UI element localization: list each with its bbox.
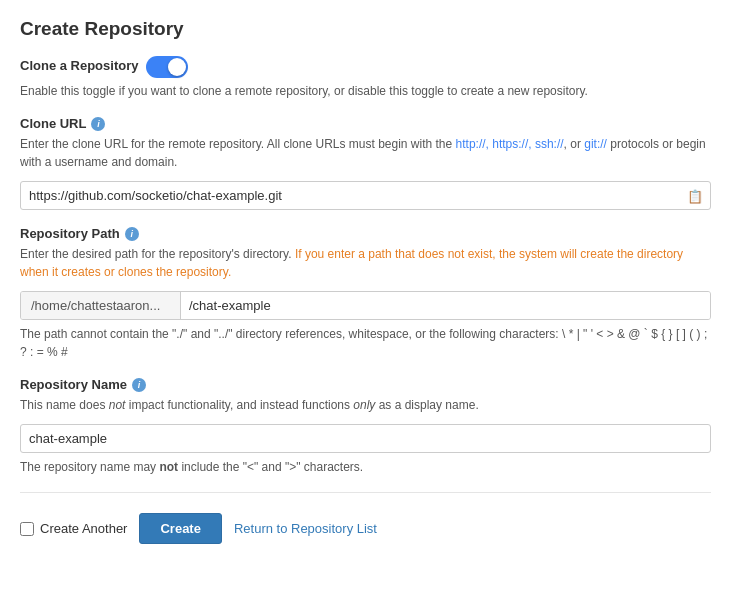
repo-path-info-icon[interactable]: i: [125, 227, 139, 241]
clone-url-section: Clone URL i Enter the clone URL for the …: [20, 116, 711, 210]
repo-name-input[interactable]: [20, 424, 711, 453]
create-another-checkbox[interactable]: [20, 522, 34, 536]
path-prefix: /home/chattestaaron...: [21, 292, 181, 319]
clone-section: Clone a Repository Enable this toggle if…: [20, 56, 711, 100]
repo-path-label: Repository Path: [20, 226, 120, 241]
http-link[interactable]: http://, https://, ssh://: [456, 137, 564, 151]
page-title: Create Repository: [20, 18, 711, 40]
create-another-label[interactable]: Create Another: [20, 521, 127, 536]
clone-url-label-row: Clone URL i: [20, 116, 711, 131]
create-button[interactable]: Create: [139, 513, 221, 544]
repo-name-label: Repository Name: [20, 377, 127, 392]
clipboard-icon: 📋: [687, 188, 703, 203]
repo-path-description: Enter the desired path for the repositor…: [20, 245, 711, 281]
clone-url-info-icon[interactable]: i: [91, 117, 105, 131]
not-bold: not: [159, 460, 178, 474]
repo-name-section: Repository Name i This name does not imp…: [20, 377, 711, 476]
clone-url-label: Clone URL: [20, 116, 86, 131]
clone-toggle[interactable]: [146, 56, 188, 78]
path-hint: The path cannot contain the "./" and "..…: [20, 325, 711, 361]
page-container: Create Repository Clone a Repository Ena…: [0, 0, 731, 564]
repo-name-label-row: Repository Name i: [20, 377, 711, 392]
clone-url-input[interactable]: [20, 181, 711, 210]
repo-path-section: Repository Path i Enter the desired path…: [20, 226, 711, 361]
repo-name-description: This name does not impact functionality,…: [20, 396, 711, 414]
footer-row: Create Another Create Return to Reposito…: [20, 509, 711, 544]
repo-path-label-row: Repository Path i: [20, 226, 711, 241]
only-italic: only: [353, 398, 375, 412]
footer-divider: [20, 492, 711, 493]
clone-url-input-wrapper: 📋: [20, 181, 711, 210]
git-link[interactable]: git://: [584, 137, 607, 151]
clone-url-description: Enter the clone URL for the remote repos…: [20, 135, 711, 171]
clone-label: Clone a Repository: [20, 58, 138, 73]
repo-name-hint: The repository name may not include the …: [20, 458, 711, 476]
return-link[interactable]: Return to Repository List: [234, 521, 377, 536]
clone-description: Enable this toggle if you want to clone …: [20, 82, 711, 100]
path-input[interactable]: [181, 292, 710, 319]
clone-toggle-row: Clone a Repository: [20, 56, 711, 78]
not-italic: not: [109, 398, 126, 412]
create-another-text: Create Another: [40, 521, 127, 536]
repo-path-row: /home/chattestaaron...: [20, 291, 711, 320]
repo-name-info-icon[interactable]: i: [132, 378, 146, 392]
